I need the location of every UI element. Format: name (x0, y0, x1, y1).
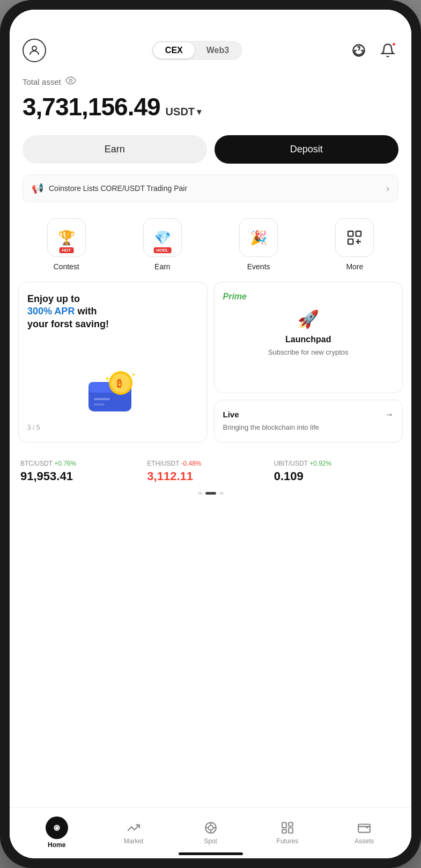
mode-tabs: CEX Web3 (152, 41, 242, 60)
dot-2 (205, 492, 216, 495)
svg-rect-27 (289, 828, 293, 833)
tab-cex[interactable]: CEX (153, 42, 195, 58)
apr-highlight: 300% APR (27, 306, 75, 317)
home-icon (46, 816, 68, 839)
svg-rect-26 (282, 822, 286, 828)
market-label: Market (124, 837, 144, 845)
nav-item-spot[interactable]: Spot (172, 820, 249, 845)
currency-dropdown-icon[interactable]: ▾ (197, 107, 201, 117)
svg-text:✦: ✦ (113, 372, 116, 377)
home-indicator-bar (179, 852, 243, 855)
svg-rect-11 (94, 403, 105, 406)
announcement-bar[interactable]: 📢 Coinstore Lists CORE/USDT Trading Pair… (23, 174, 398, 202)
live-card[interactable]: Live → Bringing the blockchain into life (214, 400, 403, 443)
nav-item-assets[interactable]: Assets (326, 820, 403, 845)
more-label: More (346, 262, 363, 271)
asset-amount-row: 3,731,156.49 USDT ▾ (23, 92, 398, 121)
ticker-scroll-dots (10, 488, 411, 501)
quick-actions: 🏆 HOT Contest 💎 HODL Earn 🎉 (10, 213, 411, 282)
nav-item-home[interactable]: Home (18, 816, 95, 849)
ticker-eth-pair: ETH/USDT -0.48% (147, 460, 274, 467)
launchpad-title: Launchpad (285, 335, 331, 344)
nav-item-futures[interactable]: Futures (249, 820, 326, 845)
bitcoin-wallet-illustration: ₿ ✦ ✦ ✦ (27, 366, 198, 420)
status-bar (10, 10, 411, 33)
futures-label: Futures (277, 837, 299, 845)
action-buttons: Earn Deposit (10, 132, 411, 174)
announcement-content: 📢 Coinstore Lists CORE/USDT Trading Pair (32, 182, 187, 194)
futures-icon (278, 820, 297, 835)
svg-rect-3 (348, 231, 353, 236)
earn-headline: Enjoy up to 300% APR with your forst sav… (27, 293, 198, 330)
quick-action-events[interactable]: 🎉 Events (237, 218, 280, 271)
top-nav: CEX Web3 (10, 33, 411, 71)
live-arrow-icon: → (385, 410, 394, 420)
events-icon: 🎉 (239, 218, 278, 257)
total-asset-text: Total asset (23, 77, 61, 86)
ticker-btc-price: 91,953.41 (20, 469, 147, 483)
card-bottom: ₿ ✦ ✦ ✦ 3 / 5 (27, 361, 198, 431)
assets-icon (354, 820, 374, 835)
spot-icon (201, 820, 220, 835)
svg-rect-10 (94, 398, 110, 400)
home-label: Home (48, 841, 65, 849)
bottom-nav: Home Market (10, 807, 411, 850)
prime-label: Prime (223, 292, 247, 301)
svg-point-0 (32, 46, 36, 50)
support-icon-button[interactable] (348, 40, 370, 61)
hot-badge: HOT (59, 247, 73, 253)
spot-label: Spot (204, 837, 217, 845)
svg-point-19 (56, 827, 58, 829)
announcement-text: Coinstore Lists CORE/USDT Trading Pair (49, 184, 187, 193)
visibility-toggle-icon[interactable] (65, 75, 76, 88)
ticker-eth-price: 3,112.11 (147, 469, 274, 483)
deposit-button[interactable]: Deposit (215, 135, 399, 164)
phone-frame: CEX Web3 (0, 0, 421, 868)
earn-promo-card[interactable]: Enjoy up to 300% APR with your forst sav… (18, 282, 208, 443)
more-icon (335, 218, 374, 257)
launchpad-card[interactable]: Prime 🚀 Launchpad Subscribe for new cryp… (214, 282, 403, 393)
market-icon (124, 820, 143, 835)
svg-rect-28 (282, 829, 286, 833)
launchpad-subtitle: Subscribe for new cryptos (268, 348, 349, 357)
ticker-ubit-price: 0.109 (274, 469, 401, 483)
dot-1 (198, 492, 202, 495)
ticker-btc[interactable]: BTC/USDT +0.76% 91,953.41 (20, 460, 147, 483)
quick-action-contest[interactable]: 🏆 HOT Contest (45, 218, 88, 271)
svg-rect-5 (348, 239, 353, 244)
events-label: Events (247, 262, 270, 271)
ticker-ubit[interactable]: UBIT/USDT +0.92% 0.109 (274, 460, 401, 483)
notification-icon-button[interactable] (377, 40, 398, 61)
quick-action-earn[interactable]: 💎 HODL Earn (141, 218, 184, 271)
svg-text:✦: ✦ (131, 372, 136, 378)
ticker-bar: BTC/USDT +0.76% 91,953.41 ETH/USDT -0.48… (10, 451, 411, 488)
live-subtitle: Bringing the blockchain into life (223, 423, 394, 432)
contest-label: Contest (54, 262, 79, 271)
asset-label: Total asset (23, 75, 398, 88)
quick-action-more[interactable]: More (333, 218, 376, 271)
assets-label: Assets (354, 837, 374, 845)
svg-rect-30 (358, 824, 370, 832)
ticker-eth[interactable]: ETH/USDT -0.48% 3,112.11 (147, 460, 274, 483)
ticker-ubit-change: +0.92% (309, 460, 331, 467)
dot-3 (219, 492, 224, 495)
announcement-icon: 📢 (32, 182, 43, 194)
main-content: Total asset 3,731,156.49 USDT ▾ (10, 71, 411, 807)
notification-dot (392, 42, 396, 47)
ticker-btc-change: +0.76% (54, 460, 76, 467)
hodl-badge: HODL (154, 247, 172, 253)
earn-promo-text: Enjoy up to 300% APR with your forst sav… (27, 293, 198, 333)
svg-rect-4 (356, 231, 361, 236)
earn-label: Earn (154, 262, 171, 271)
tab-web3[interactable]: Web3 (195, 42, 241, 58)
nav-item-market[interactable]: Market (95, 820, 172, 845)
page-indicator: 3 / 5 (27, 424, 198, 431)
launchpad-icon: 🚀 (298, 309, 319, 329)
ticker-eth-change: -0.48% (181, 460, 201, 467)
svg-text:₿: ₿ (117, 378, 122, 389)
profile-icon-button[interactable] (23, 39, 46, 62)
earn-button[interactable]: Earn (23, 135, 207, 164)
nav-icons (348, 40, 398, 61)
ticker-btc-pair: BTC/USDT +0.76% (20, 460, 147, 467)
ticker-ubit-pair: UBIT/USDT +0.92% (274, 460, 401, 467)
